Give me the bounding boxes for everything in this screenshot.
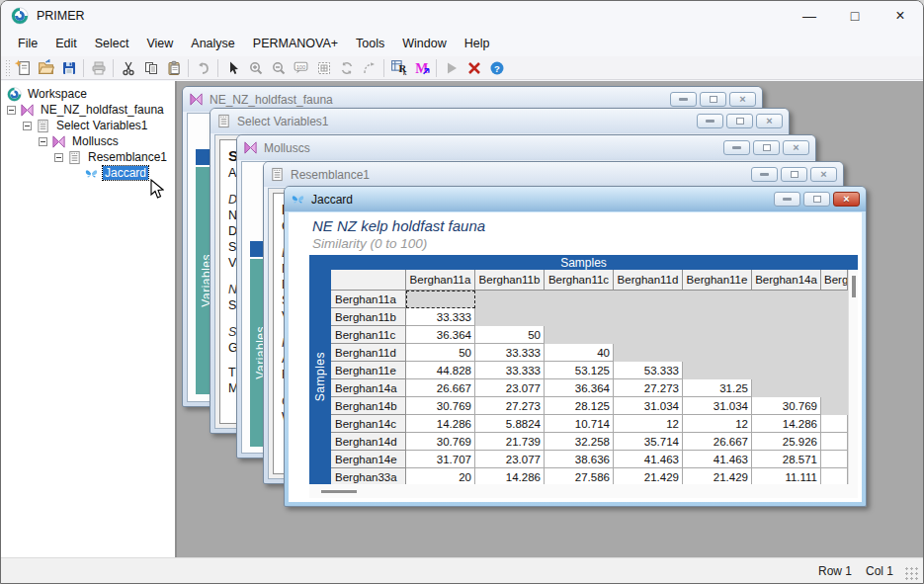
matrix-cell[interactable]: 38.636 [545,451,614,468]
matrix-cell[interactable]: 31.034 [614,397,683,415]
matrix-cell[interactable] [545,326,614,344]
matrix-cell[interactable]: 30.769 [752,397,821,415]
matrix-cell[interactable] [614,308,683,326]
matrix-cell[interactable] [752,379,821,397]
matrix-cell[interactable]: 33.333 [406,308,475,326]
minimize-button[interactable] [670,92,697,107]
row-header[interactable]: Berghan11a [331,291,406,308]
close-button[interactable]: × [878,1,923,31]
row-header[interactable]: Berghan14a [331,379,406,397]
matrix-cell[interactable]: 35.714 [614,433,683,451]
collapse-box-icon[interactable] [7,106,16,115]
matrix-cell[interactable] [821,291,848,308]
matrix-cell[interactable] [752,326,821,344]
matrix-cell[interactable]: 27.586 [545,468,614,484]
tree-label[interactable]: Workspace [26,87,89,101]
close-button[interactable]: × [783,140,809,155]
matrix-cell[interactable]: 14.286 [475,468,545,484]
matrix-cell[interactable] [752,308,821,326]
matrix-cell[interactable]: 10.714 [545,415,614,433]
minimize-button[interactable] [774,192,800,207]
menu-permanova[interactable]: PERMANOVA+ [244,34,347,53]
collapse-box-icon[interactable] [23,122,32,130]
close-button[interactable]: × [729,92,756,107]
similarity-matrix[interactable]: Berghan11aBerghan11bBerghan11cBerghan11d… [331,270,848,484]
matrix-cell[interactable]: 50 [475,326,545,344]
matrix-cell[interactable] [614,344,683,362]
matrix-cell[interactable]: 53.333 [614,362,683,379]
matrix-cell[interactable] [683,362,752,379]
matrix-cell[interactable]: 31.25 [683,379,752,397]
matrix-cell[interactable] [821,415,848,433]
matrix-cell[interactable]: 14.286 [752,415,821,433]
tree-label[interactable]: Select Variables1 [54,119,150,132]
column-header[interactable]: Berghan14a [752,270,821,291]
matrix-cell[interactable] [683,326,752,344]
row-header[interactable]: Berghan14c [331,415,406,433]
matrix-cell[interactable]: 14.286 [406,415,475,433]
matrix-cell[interactable] [821,326,848,344]
matrix-cell[interactable]: 32.258 [545,433,614,451]
collapse-box-icon[interactable] [39,137,47,146]
matrix-cell[interactable] [683,291,752,308]
matrix-cell[interactable] [545,308,614,326]
matrix-cell[interactable]: 28.571 [752,451,821,468]
selected-cell[interactable] [406,291,475,308]
minimize-button[interactable] [751,167,778,182]
resemblance-icon[interactable]: Rk [387,57,410,79]
column-header[interactable]: Berghan14b [821,270,848,291]
resize-grip[interactable] [905,567,919,581]
cut-icon[interactable] [117,57,139,79]
matrix-cell[interactable] [821,308,848,326]
matrix-cell[interactable]: 30.769 [406,397,475,415]
minimize-button[interactable]: — [787,1,832,31]
titlebar[interactable]: PRIMER — □ × [1,1,923,31]
row-header[interactable]: Berghan33a [331,468,406,484]
matrix-cell[interactable] [752,291,821,308]
new-workspace-icon[interactable] [12,57,35,79]
column-header[interactable]: Berghan11a [406,270,475,291]
matrix-cell[interactable]: 12 [614,415,683,433]
vertical-scrollbar[interactable] [848,270,858,484]
window-titlebar[interactable]: Molluscs × [237,135,815,160]
window-titlebar[interactable]: Select Variables1 × [210,109,789,133]
matrix-cell[interactable]: 41.463 [614,451,683,468]
open-icon[interactable] [35,57,57,79]
tree-label[interactable]: Molluscs [70,134,121,148]
tree-label-selected[interactable]: Jaccard [103,166,148,180]
menu-file[interactable]: File [9,34,46,53]
matrix-cell[interactable]: 36.364 [545,379,614,397]
matrix-cell[interactable]: 27.273 [614,379,683,397]
matrix-cell[interactable] [821,344,848,362]
maximize-button[interactable] [700,92,726,107]
matrix-cell[interactable]: 11.111 [752,468,821,484]
stop-icon[interactable] [462,57,485,79]
menu-select[interactable]: Select [86,34,138,53]
matrix-cell[interactable]: 12 [683,415,752,433]
matrix-cell[interactable] [545,291,614,308]
maximize-button[interactable] [753,140,780,155]
paste-icon[interactable] [162,57,185,79]
menu-view[interactable]: View [137,34,182,53]
tree-label[interactable]: Resemblance1 [86,150,169,164]
matrix-display-icon[interactable]: M [410,57,433,79]
matrix-cell[interactable] [752,362,821,379]
matrix-cell[interactable]: 36.364 [406,326,475,344]
matrix-cell[interactable] [821,397,848,415]
matrix-cell[interactable]: 40 [545,344,614,362]
column-header[interactable]: Berghan11d [614,270,683,291]
scrollbar-thumb[interactable] [321,490,357,493]
menu-edit[interactable]: Edit [46,34,86,53]
matrix-cell[interactable]: 25.926 [752,433,821,451]
maximize-button[interactable]: □ [832,1,878,31]
tree-item-molluscs[interactable]: Molluscs [1,133,175,149]
matrix-cell[interactable]: 21.739 [475,433,545,451]
help-icon[interactable]: ? [485,57,508,79]
scrollbar-thumb[interactable] [852,276,856,297]
column-header[interactable]: Berghan11e [683,270,752,291]
matrix-cell[interactable]: 28.125 [545,397,614,415]
matrix-cell[interactable]: 30.769 [406,433,475,451]
maximize-button[interactable] [781,167,807,182]
horizontal-scrollbar[interactable] [309,484,858,498]
pointer-icon[interactable] [221,57,244,79]
